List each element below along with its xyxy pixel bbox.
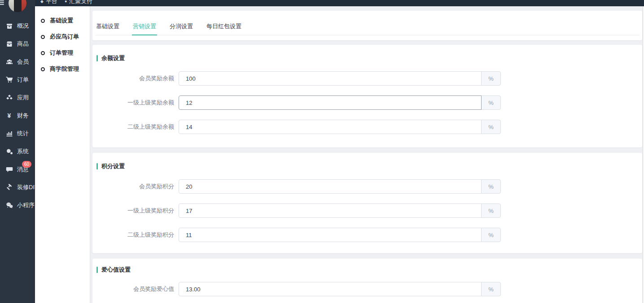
- main-content: 基础设置 营销设置 分润设置 每日红包设置 余额设置 会员奖励余额 % 一级上级…: [90, 6, 643, 303]
- users-icon: [5, 58, 13, 65]
- cubes-icon: [5, 94, 13, 101]
- sidebar-item-statistics[interactable]: 统计: [0, 125, 35, 143]
- percent-suffix: %: [481, 95, 501, 110]
- secondary-sidebar: 基础设置 必应鸟订单 订单管理 商学院管理: [35, 6, 90, 303]
- gavel-icon: [5, 184, 13, 191]
- menu-toggle-icon[interactable]: [0, 0, 4, 6]
- sidebar-item-label: 商品: [17, 40, 29, 48]
- topbar-item-platform[interactable]: ◆ 平台: [40, 0, 57, 6]
- percent-suffix: %: [481, 179, 501, 194]
- settings-tabs: 基础设置 营销设置 分润设置 每日红包设置: [95, 11, 640, 35]
- sidebar-item-goods[interactable]: 商品: [0, 35, 35, 53]
- circle-icon: [41, 35, 45, 39]
- submenu-item-label: 必应鸟订单: [50, 33, 79, 41]
- sidebar-item-system[interactable]: 系统: [0, 143, 35, 160]
- avatar[interactable]: [9, 0, 26, 12]
- section-accent-bar: [96, 267, 98, 273]
- sidebar-item-miniprogram[interactable]: 小程序: [0, 196, 35, 214]
- section-accent-bar: [96, 163, 98, 169]
- sidebar-item-label: 小程序: [17, 201, 35, 209]
- member-reward-points-input[interactable]: [179, 179, 482, 194]
- field-label: 会员奖励积分: [92, 182, 174, 190]
- circle-icon: [41, 19, 45, 23]
- sidebar-item-decorate-diy[interactable]: 装修DIY: [0, 178, 35, 196]
- sidebar-item-orders[interactable]: 订单: [0, 71, 35, 89]
- sidebar-item-overview[interactable]: 概况: [0, 17, 35, 35]
- topbar-item-label: 汇聚支付: [69, 0, 92, 5]
- section-title: 爱心值设置: [101, 266, 131, 274]
- member-reward-balance-input[interactable]: [179, 71, 482, 86]
- topbar: ◆ 平台 ● 汇聚支付: [0, 0, 644, 6]
- submenu-item-label: 订单管理: [50, 49, 73, 57]
- field-label: 一级上级奖励余额: [92, 99, 174, 107]
- sidebar-item-label: 会员: [17, 58, 29, 66]
- tabs-card: 基础设置 营销设置 分润设置 每日红包设置: [92, 11, 642, 40]
- topbar-item-payment[interactable]: ● 汇聚支付: [65, 0, 92, 6]
- gears-icon: [5, 148, 13, 155]
- sidebar-item-label: 财务: [17, 112, 29, 120]
- wechat-icon: [5, 202, 13, 209]
- tab-basic-settings[interactable]: 基础设置: [95, 22, 120, 35]
- primary-nav: 概况 商品 会员 订单 应用 ¥: [0, 17, 35, 214]
- section-title: 积分设置: [101, 162, 125, 170]
- tab-daily-redpacket-settings[interactable]: 每日红包设置: [206, 22, 242, 35]
- coin-icon: ●: [65, 0, 67, 4]
- sidebar-item-messages[interactable]: 消息 60: [0, 160, 35, 178]
- section-title: 余额设置: [101, 54, 125, 62]
- primary-sidebar: 概况 商品 会员 订单 应用 ¥: [0, 0, 35, 303]
- sidebar-item-apps[interactable]: 应用: [0, 89, 35, 107]
- level1-parent-reward-points-input[interactable]: [179, 203, 482, 218]
- submenu-item-label: 基础设置: [50, 17, 73, 25]
- diamond-icon: ◆: [40, 0, 44, 4]
- sidebar-item-label: 统计: [17, 130, 29, 138]
- member-reward-love-value-input[interactable]: [179, 282, 482, 296]
- percent-suffix: %: [481, 228, 501, 242]
- field-label: 一级上级奖励积分: [92, 207, 174, 215]
- circle-icon: [41, 67, 45, 71]
- sidebar-item-members[interactable]: 会员: [0, 53, 35, 71]
- sidebar-item-label: 概况: [17, 22, 29, 30]
- percent-suffix: %: [481, 203, 501, 218]
- submenu-item-business-school[interactable]: 商学院管理: [35, 61, 90, 77]
- sidebar-item-label: 订单: [17, 76, 29, 84]
- field-label: 会员奖励爱心值: [92, 285, 174, 293]
- bar-chart-icon: [5, 130, 13, 137]
- tab-marketing-settings[interactable]: 营销设置: [132, 22, 157, 35]
- circle-icon: [41, 51, 45, 55]
- submenu-item-basic-settings[interactable]: 基础设置: [35, 13, 90, 29]
- section-accent-bar: [96, 55, 98, 61]
- field-label: 二级上级奖励余额: [92, 123, 174, 131]
- message-count-badge: 60: [22, 161, 31, 168]
- goods-box-icon: [5, 40, 13, 48]
- submenu-item-label: 商学院管理: [50, 65, 79, 73]
- level2-parent-reward-points-input[interactable]: [179, 228, 482, 242]
- sidebar-item-finance[interactable]: ¥ 财务: [0, 107, 35, 125]
- yen-icon: ¥: [5, 112, 13, 119]
- submenu-item-order-management[interactable]: 订单管理: [35, 45, 90, 61]
- submenu-item-bingbird-orders[interactable]: 必应鸟订单: [35, 29, 90, 45]
- message-bubble-icon: [5, 166, 13, 173]
- balance-settings-card: 余额设置 会员奖励余额 % 一级上级奖励余额 % 二级上级奖励余额: [92, 45, 642, 147]
- level2-parent-reward-balance-input[interactable]: [179, 120, 482, 134]
- overview-box-icon: [5, 22, 13, 30]
- tab-profit-settings[interactable]: 分润设置: [169, 22, 194, 35]
- field-label: 二级上级奖励积分: [92, 231, 174, 239]
- sidebar-item-label: 应用: [17, 94, 29, 102]
- points-settings-card: 积分设置 会员奖励积分 % 一级上级奖励积分 % 二级上级奖励积分: [92, 153, 642, 253]
- love-value-settings-card: 爱心值设置 会员奖励爱心值 %: [92, 259, 642, 303]
- percent-suffix: %: [481, 282, 501, 296]
- level1-parent-reward-balance-input[interactable]: [179, 95, 482, 110]
- cart-icon: [5, 76, 13, 83]
- percent-suffix: %: [481, 120, 501, 134]
- percent-suffix: %: [481, 71, 501, 86]
- sidebar-item-label: 系统: [17, 147, 29, 156]
- topbar-item-label: 平台: [46, 0, 57, 5]
- field-label: 会员奖励余额: [92, 74, 174, 82]
